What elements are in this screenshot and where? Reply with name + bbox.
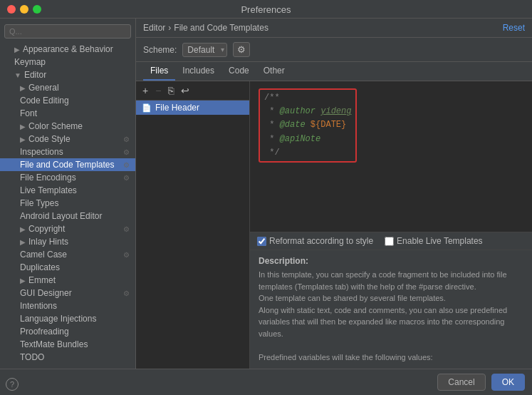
content-area: Editor › File and Code Templates Reset S… bbox=[136, 19, 532, 392]
tab-other[interactable]: Other bbox=[256, 62, 292, 81]
sidebar-item-file-types[interactable]: File Types bbox=[0, 197, 135, 210]
settings-icon4: ⚙ bbox=[123, 174, 130, 182]
sidebar-item-intentions[interactable]: Intentions bbox=[0, 299, 135, 312]
tab-files[interactable]: Files bbox=[143, 62, 175, 81]
title-bar: Preferences bbox=[0, 0, 532, 19]
sidebar-item-duplicates[interactable]: Duplicates bbox=[0, 261, 135, 274]
help-button[interactable]: ? bbox=[6, 378, 19, 391]
sidebar-item-editor[interactable]: ▼ Editor bbox=[0, 68, 135, 81]
scheme-select-wrap: Default Project bbox=[182, 43, 227, 57]
add-template-button[interactable]: + bbox=[140, 84, 150, 97]
copy-template-button[interactable]: ⎘ bbox=[166, 84, 176, 97]
sidebar-item-copyright[interactable]: ▶ Copyright ⚙ bbox=[0, 222, 135, 235]
expand-arrow-icon-emmet: ▶ bbox=[20, 277, 26, 284]
settings-icon: ⚙ bbox=[123, 135, 130, 143]
content-header: Editor › File and Code Templates Reset bbox=[136, 19, 532, 38]
search-input[interactable] bbox=[4, 24, 131, 39]
sidebar-item-proofreading[interactable]: Proofreading bbox=[0, 325, 135, 338]
file-list-toolbar: + − ⎘ ↩ bbox=[136, 81, 249, 101]
sidebar-item-textmate[interactable]: TextMate Bundles bbox=[0, 338, 135, 351]
reformat-checkbox[interactable] bbox=[257, 237, 266, 246]
sidebar-item-code-style[interactable]: ▶ Code Style ⚙ bbox=[0, 133, 135, 145]
sidebar-item-appearance[interactable]: ▶ Appearance & Behavior bbox=[0, 43, 135, 56]
sidebar-item-inspections[interactable]: Inspections ⚙ bbox=[0, 145, 135, 158]
sidebar-item-keymap[interactable]: Keymap bbox=[0, 56, 135, 68]
breadcrumb-part2: File and Code Templates bbox=[174, 23, 268, 33]
breadcrumb-part1: Editor bbox=[143, 23, 165, 33]
remove-template-button[interactable]: − bbox=[153, 84, 163, 97]
minimize-button[interactable] bbox=[20, 5, 28, 14]
settings-icon6: ⚙ bbox=[123, 251, 130, 259]
cancel-button[interactable]: Cancel bbox=[437, 374, 485, 391]
sidebar-item-language-injections[interactable]: Language Injections bbox=[0, 312, 135, 325]
sidebar-item-android-layout[interactable]: Android Layout Editor bbox=[0, 210, 135, 222]
close-button[interactable] bbox=[7, 5, 16, 14]
sidebar-item-font[interactable]: Font bbox=[0, 107, 135, 120]
reformat-checkbox-label[interactable]: Reformat according to style bbox=[257, 236, 373, 246]
sidebar-item-color-scheme[interactable]: ▶ Color Scheme bbox=[0, 120, 135, 133]
settings-icon3: ⚙ bbox=[123, 161, 130, 169]
live-templates-checkbox[interactable] bbox=[385, 237, 394, 246]
scheme-label: Scheme: bbox=[143, 45, 177, 55]
tab-includes[interactable]: Includes bbox=[175, 62, 221, 81]
expand-arrow-icon-inlay: ▶ bbox=[20, 238, 26, 246]
expand-arrow-icon: ▶ bbox=[14, 46, 20, 53]
sidebar-item-gui-designer[interactable]: GUI Designer ⚙ bbox=[0, 287, 135, 299]
settings-icon7: ⚙ bbox=[123, 289, 130, 297]
ok-button[interactable]: OK bbox=[491, 374, 525, 391]
sidebar-item-live-templates[interactable]: Live Templates bbox=[0, 184, 135, 197]
sidebar-item-file-encodings[interactable]: File Encodings ⚙ bbox=[0, 171, 135, 184]
code-editor[interactable]: /** * @author yideng * @date ${DATE} * @… bbox=[250, 81, 532, 232]
settings-icon5: ⚙ bbox=[123, 225, 130, 233]
description-label: Description: bbox=[259, 256, 523, 266]
tabs-row: Files Includes Code Other bbox=[136, 62, 532, 81]
file-icon: 📄 bbox=[142, 103, 152, 113]
reset-button[interactable]: Reset bbox=[503, 23, 525, 33]
scheme-select[interactable]: Default Project bbox=[182, 43, 227, 57]
expand-arrow-icon-code-style: ▶ bbox=[20, 135, 26, 143]
undo-template-button[interactable]: ↩ bbox=[179, 84, 192, 97]
sidebar: ▶ Appearance & Behavior Keymap ▼ Editor … bbox=[0, 19, 136, 392]
file-list-items: 📄 File Header bbox=[136, 101, 249, 392]
bottom-options: Reformat according to style Enable Live … bbox=[250, 232, 532, 250]
live-templates-checkbox-label[interactable]: Enable Live Templates bbox=[385, 236, 483, 246]
sidebar-item-camel-case[interactable]: Camel Case ⚙ bbox=[0, 248, 135, 261]
breadcrumb: Editor › File and Code Templates bbox=[143, 23, 268, 33]
tab-code[interactable]: Code bbox=[221, 62, 256, 81]
sidebar-item-file-code-templates[interactable]: File and Code Templates ⚙ bbox=[0, 158, 135, 171]
sidebar-item-inlay-hints[interactable]: ▶ Inlay Hints bbox=[0, 235, 135, 248]
list-item-file-header[interactable]: 📄 File Header bbox=[136, 101, 249, 115]
file-list-panel: + − ⎘ ↩ 📄 File Header bbox=[136, 81, 250, 392]
sidebar-item-code-editing[interactable]: Code Editing bbox=[0, 94, 135, 107]
maximize-button[interactable] bbox=[33, 5, 41, 14]
sidebar-item-todo[interactable]: TODO bbox=[0, 351, 135, 364]
window-title: Preferences bbox=[241, 4, 291, 15]
expand-arrow-icon-copyright: ▶ bbox=[20, 225, 26, 233]
expand-arrow-icon-editor: ▼ bbox=[14, 71, 21, 79]
editor-section: + − ⎘ ↩ 📄 File Header /** * @author yide… bbox=[136, 81, 532, 392]
sidebar-item-emmet[interactable]: ▶ Emmet bbox=[0, 274, 135, 287]
bottom-bar: ? Cancel OK bbox=[0, 369, 532, 395]
scheme-gear-button[interactable]: ⚙ bbox=[233, 42, 250, 57]
traffic-lights bbox=[7, 5, 41, 14]
expand-arrow-icon-color: ▶ bbox=[20, 123, 26, 130]
sidebar-item-general[interactable]: ▶ General bbox=[0, 81, 135, 94]
breadcrumb-sep: › bbox=[168, 23, 171, 33]
settings-icon2: ⚙ bbox=[123, 148, 130, 156]
code-panel: /** * @author yideng * @date ${DATE} * @… bbox=[250, 81, 532, 392]
scheme-row: Scheme: Default Project ⚙ bbox=[136, 38, 532, 62]
expand-arrow-icon-general: ▶ bbox=[20, 84, 26, 92]
